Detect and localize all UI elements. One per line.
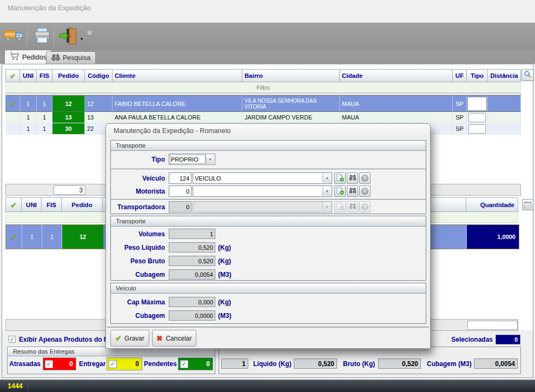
binoculars-icon bbox=[349, 174, 356, 183]
print-button[interactable] bbox=[31, 25, 54, 48]
veiculo-search-button[interactable] bbox=[347, 172, 358, 184]
cell-pedido: 12 bbox=[52, 96, 85, 111]
motorista-code-field[interactable]: 0 bbox=[169, 185, 191, 197]
cell-fis: 1 bbox=[37, 123, 52, 135]
dialog-separator bbox=[107, 327, 429, 329]
entregar-checkbox[interactable] bbox=[109, 360, 117, 368]
status-record-count: 1444 bbox=[8, 382, 23, 390]
tab-pesquisa[interactable]: Pesquisa bbox=[46, 51, 96, 64]
favorite-star-icon bbox=[85, 27, 94, 38]
tipo-combobox[interactable]: PROPRIO bbox=[169, 154, 215, 165]
col-codigo[interactable]: Código bbox=[85, 69, 113, 82]
dialog-title: Manutenção da Expedição - Romaneio bbox=[114, 127, 230, 135]
cell-cliente: ANA PAULA BETELLA CALORE bbox=[113, 112, 242, 123]
col-cidade[interactable]: Cidade bbox=[340, 69, 453, 82]
entregar-label: Entregar bbox=[79, 360, 105, 368]
status-separator bbox=[28, 381, 28, 391]
gravar-button[interactable]: Gravar bbox=[110, 330, 149, 347]
orders-filter-row[interactable]: Filtro bbox=[5, 82, 521, 93]
exit-button[interactable] bbox=[57, 25, 80, 48]
col-quantidade[interactable]: Quantidade bbox=[466, 197, 518, 212]
col-cliente[interactable]: Cliente bbox=[113, 69, 242, 82]
peso-liquido-unit: (Kg) bbox=[218, 244, 231, 251]
cell-pedido: 30 bbox=[52, 123, 85, 135]
volumes-label: Volumes bbox=[111, 230, 165, 238]
exit-door-icon bbox=[58, 26, 78, 46]
cell-uni: 1 bbox=[20, 96, 37, 111]
window-titlebar: Manutenção da Expedição bbox=[0, 0, 535, 16]
veiculo-info-button[interactable]: ! bbox=[359, 172, 371, 184]
cell-cliente: FABIO BETELLA CALORE bbox=[113, 96, 242, 111]
exibir-produtos-checkbox[interactable] bbox=[9, 336, 16, 343]
pendentes-value: 0 bbox=[188, 360, 213, 368]
veiculo-cap-group: Veículo Cap Máxima 0,000 (Kg) Cubagem 0,… bbox=[110, 283, 426, 324]
column-search-button[interactable] bbox=[521, 69, 534, 81]
col-bairro[interactable]: Bairro bbox=[242, 69, 340, 82]
atrasadas-checkbox[interactable] bbox=[45, 360, 53, 368]
cell-distancia bbox=[488, 96, 521, 111]
motorista-new-button[interactable] bbox=[334, 185, 346, 197]
cart-icon bbox=[10, 52, 19, 62]
transportadora-search-button bbox=[347, 201, 358, 212]
row-check-icon bbox=[10, 232, 17, 242]
expedition-button[interactable] bbox=[3, 25, 25, 48]
dropdown-arrow-icon[interactable] bbox=[206, 155, 214, 164]
veiculo-new-button[interactable] bbox=[334, 172, 346, 184]
col-fis[interactable]: FIS bbox=[42, 197, 62, 212]
order-row-selected[interactable]: 1 1 12 12 FABIO BETELLA CALORE VILA NOSS… bbox=[5, 95, 521, 112]
cell-fis: 1 bbox=[37, 96, 52, 111]
cell-hidden bbox=[428, 225, 467, 249]
cell-uf: SP bbox=[453, 96, 467, 111]
transportadora-info-button: ! bbox=[359, 201, 371, 212]
dropdown-arrow-icon bbox=[322, 202, 331, 211]
cell-distancia bbox=[488, 123, 521, 135]
orders-table-header: UNI FIS Pedido Código Cliente Bairro Cid… bbox=[5, 69, 521, 82]
tabstrip: Pedidos Pesquisa bbox=[0, 50, 535, 64]
pendentes-checkbox[interactable] bbox=[180, 360, 188, 368]
volumes-total-field: 1 bbox=[221, 358, 248, 369]
tipo-value: PROPRIO bbox=[171, 156, 199, 163]
dropdown-arrow-icon[interactable] bbox=[322, 174, 331, 183]
order-row[interactable]: 1 1 13 13 ANA PAULA BETELLA CALORE JARDI… bbox=[5, 112, 521, 123]
motorista-search-button[interactable] bbox=[347, 185, 358, 197]
col-distancia[interactable]: Distância bbox=[488, 69, 521, 82]
col-fis[interactable]: FIS bbox=[37, 69, 52, 82]
romaneio-dialog: Manutenção da Expedição - Romaneio Trans… bbox=[105, 123, 431, 349]
motorista-info-button[interactable]: ! bbox=[359, 185, 371, 197]
dialog-titlebar[interactable]: Manutenção da Expedição - Romaneio bbox=[106, 124, 430, 138]
cell-codigo: 12 bbox=[85, 96, 113, 111]
calendar-button[interactable]: 15 bbox=[522, 199, 533, 210]
cell-quantidade: 1,0000 bbox=[467, 225, 519, 249]
tipo-input[interactable] bbox=[467, 97, 487, 111]
motorista-combobox[interactable] bbox=[193, 185, 332, 197]
motorista-label: Motorista bbox=[111, 188, 165, 195]
orders-count-box: 3 bbox=[54, 185, 85, 195]
cancelar-button[interactable]: Cancelar bbox=[152, 330, 196, 347]
col-uni[interactable]: UNI bbox=[22, 197, 42, 212]
col-uni[interactable]: UNI bbox=[20, 69, 37, 82]
col-tipo[interactable]: Tipo bbox=[467, 69, 488, 82]
tipo-input[interactable] bbox=[468, 124, 486, 134]
veiculo-code-field[interactable]: 124 bbox=[169, 172, 191, 184]
col-pedido[interactable]: Pedido bbox=[52, 69, 85, 82]
status-bar: 1444 bbox=[0, 380, 535, 392]
cell-pedido: 12 bbox=[62, 225, 103, 249]
exit-dropdown-caret[interactable] bbox=[80, 35, 84, 42]
cubagem-unit: (M3) bbox=[218, 271, 232, 278]
col-uf[interactable]: UF bbox=[453, 69, 467, 82]
veiculo-label: Veículo bbox=[111, 175, 165, 182]
new-document-icon bbox=[336, 187, 344, 196]
tab-pedidos[interactable]: Pedidos bbox=[4, 50, 52, 64]
items-count-box bbox=[467, 321, 518, 330]
tipo-label: Tipo bbox=[111, 156, 165, 163]
tipo-input[interactable] bbox=[468, 113, 486, 122]
veiculo-combobox[interactable]: VEICULO bbox=[193, 172, 332, 184]
app-window: Manutenção da Expedição bbox=[0, 0, 535, 392]
veiculo-cubagem-label: Cubagem bbox=[111, 312, 165, 320]
cell-pedido: 13 bbox=[52, 112, 85, 123]
cap-maxima-unit: (Kg) bbox=[218, 298, 231, 306]
col-hidden bbox=[427, 197, 466, 212]
dropdown-arrow-icon[interactable] bbox=[322, 187, 331, 196]
bruto-label: Bruto (Kg) bbox=[343, 360, 375, 368]
col-pedido[interactable]: Pedido bbox=[62, 197, 103, 212]
